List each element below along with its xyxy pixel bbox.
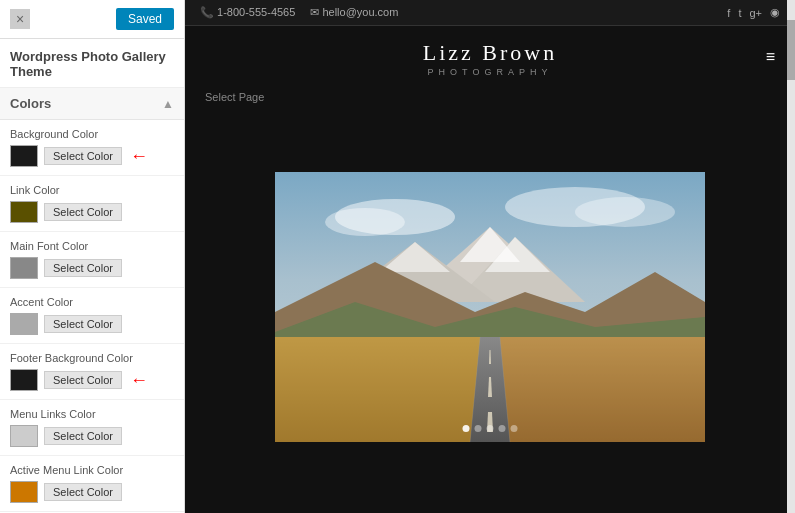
svg-marker-21	[500, 337, 705, 442]
color-label-link-color: Link Color	[10, 184, 174, 196]
color-label-main-font-color: Main Font Color	[10, 240, 174, 252]
hamburger-icon[interactable]: ≡	[766, 48, 775, 66]
color-label-background-color: Background Color	[10, 128, 174, 140]
color-row-background-color: Select Color←	[10, 145, 174, 167]
hero-section	[185, 111, 795, 513]
colors-section-header[interactable]: Colors ▲	[0, 88, 184, 120]
select-color-button-accent-color[interactable]: Select Color	[44, 315, 122, 333]
email-address: ✉ hello@you.com	[310, 6, 398, 19]
color-label-active-menu-link-color: Active Menu Link Color	[10, 464, 174, 476]
preview-area: Lizz Brown Photography ≡ Select Page	[185, 26, 795, 513]
color-label-footer-background-color: Footer Background Color	[10, 352, 174, 364]
site-title: Lizz Brown	[205, 40, 775, 66]
site-subtitle: Photography	[205, 67, 775, 77]
nav-bar: Select Page	[185, 87, 795, 111]
colors-list: Background ColorSelect Color←Link ColorS…	[0, 120, 184, 513]
slider-dots	[463, 425, 518, 432]
scrollbar-thumb[interactable]	[787, 20, 795, 80]
color-row-main-font-color: Select Color	[10, 257, 174, 279]
color-swatch-accent-color	[10, 313, 38, 335]
svg-point-4	[575, 197, 675, 227]
rss-icon[interactable]: ◉	[770, 6, 780, 19]
color-swatch-menu-links-color	[10, 425, 38, 447]
slider-dot-0[interactable]	[463, 425, 470, 432]
select-page[interactable]: Select Page	[205, 91, 264, 103]
phone-number: 📞 1-800-555-4565	[200, 6, 295, 19]
customizer-panel: × Saved Wordpress Photo Gallery Theme Co…	[0, 0, 185, 513]
preview-panel: 📞 1-800-555-4565 ✉ hello@you.com f t g+ …	[185, 0, 795, 513]
twitter-icon[interactable]: t	[738, 7, 741, 19]
top-bar: 📞 1-800-555-4565 ✉ hello@you.com f t g+ …	[185, 0, 795, 26]
slider-dot-1[interactable]	[475, 425, 482, 432]
color-item-accent-color: Accent ColorSelect Color	[0, 288, 184, 344]
svg-marker-20	[275, 337, 480, 442]
select-color-button-link-color[interactable]: Select Color	[44, 203, 122, 221]
collapse-icon: ▲	[162, 97, 174, 111]
select-color-button-active-menu-link-color[interactable]: Select Color	[44, 483, 122, 501]
color-item-link-color: Link ColorSelect Color	[0, 176, 184, 232]
color-swatch-active-menu-link-color	[10, 481, 38, 503]
panel-title: Wordpress Photo Gallery Theme	[0, 39, 184, 88]
panel-header: × Saved	[0, 0, 184, 39]
googleplus-icon[interactable]: g+	[749, 7, 762, 19]
close-button[interactable]: ×	[10, 9, 30, 29]
slider-dot-2[interactable]	[487, 425, 494, 432]
svg-point-2	[325, 208, 405, 236]
color-item-footer-background-color: Footer Background ColorSelect Color←	[0, 344, 184, 400]
color-row-footer-background-color: Select Color←	[10, 369, 174, 391]
site-header: Lizz Brown Photography ≡	[185, 26, 795, 87]
color-row-accent-color: Select Color	[10, 313, 174, 335]
color-swatch-main-font-color	[10, 257, 38, 279]
arrow-icon-background-color: ←	[130, 146, 148, 167]
select-color-button-menu-links-color[interactable]: Select Color	[44, 427, 122, 445]
email-icon: ✉	[310, 6, 319, 18]
slider-dot-3[interactable]	[499, 425, 506, 432]
color-swatch-link-color	[10, 201, 38, 223]
hero-image	[275, 172, 705, 442]
color-item-menu-links-color: Menu Links ColorSelect Color	[0, 400, 184, 456]
color-label-accent-color: Accent Color	[10, 296, 174, 308]
color-swatch-footer-background-color	[10, 369, 38, 391]
color-row-link-color: Select Color	[10, 201, 174, 223]
select-color-button-background-color[interactable]: Select Color	[44, 147, 122, 165]
top-bar-left: 📞 1-800-555-4565 ✉ hello@you.com	[200, 6, 398, 19]
select-color-button-footer-background-color[interactable]: Select Color	[44, 371, 122, 389]
select-color-button-main-font-color[interactable]: Select Color	[44, 259, 122, 277]
color-swatch-background-color	[10, 145, 38, 167]
social-icons: f t g+ ◉	[727, 6, 780, 19]
arrow-icon-footer-background-color: ←	[130, 370, 148, 391]
landscape-svg	[275, 172, 705, 442]
color-item-background-color: Background ColorSelect Color←	[0, 120, 184, 176]
color-item-active-menu-link-color: Active Menu Link ColorSelect Color	[0, 456, 184, 512]
facebook-icon[interactable]: f	[727, 7, 730, 19]
saved-button[interactable]: Saved	[116, 8, 174, 30]
section-title: Colors	[10, 96, 51, 111]
slider-dot-4[interactable]	[511, 425, 518, 432]
color-row-menu-links-color: Select Color	[10, 425, 174, 447]
color-label-menu-links-color: Menu Links Color	[10, 408, 174, 420]
color-item-main-font-color: Main Font ColorSelect Color	[0, 232, 184, 288]
color-row-active-menu-link-color: Select Color	[10, 481, 174, 503]
scrollbar[interactable]	[787, 0, 795, 513]
phone-icon: 📞	[200, 6, 214, 18]
